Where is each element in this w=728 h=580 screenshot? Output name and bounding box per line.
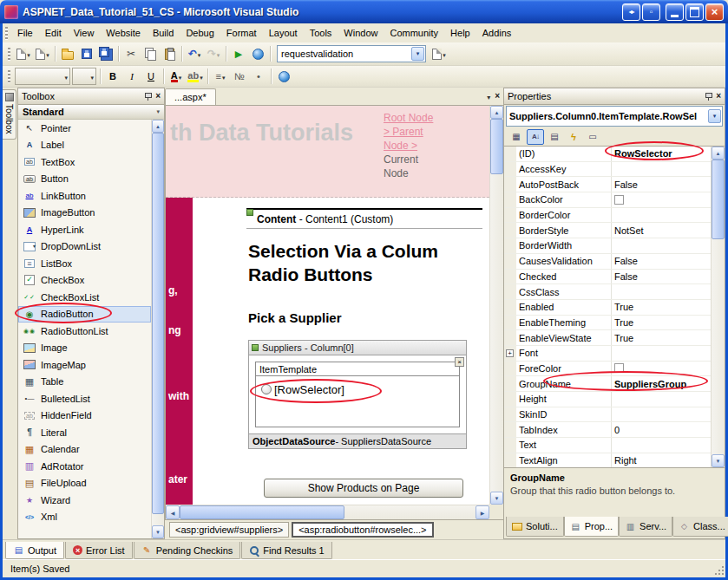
- panel-tab-findresults[interactable]: Find Results 1: [241, 542, 331, 559]
- property-row[interactable]: AutoPostBack False: [504, 177, 711, 192]
- toolbox-item-imagebutton[interactable]: ImageButton: [18, 205, 151, 222]
- combobox-dropdown-icon[interactable]: [411, 47, 424, 61]
- breadcrumb-link[interactable]: Node: [384, 166, 470, 180]
- property-row[interactable]: (ID) RowSelector: [504, 147, 711, 162]
- menu-item-view[interactable]: View: [68, 25, 101, 41]
- menu-item-help[interactable]: Help: [444, 25, 476, 41]
- property-value[interactable]: RowSelector: [612, 148, 711, 159]
- sidebar-link-fragment[interactable]: ater: [168, 473, 187, 486]
- toolbox-item-literal[interactable]: Literal: [18, 424, 151, 441]
- sidebar-link-fragment[interactable]: ng: [168, 324, 181, 336]
- property-row[interactable]: Font: [504, 346, 711, 362]
- panel-tab-propstab[interactable]: Prop...: [564, 517, 619, 537]
- menu-item-window[interactable]: Window: [338, 25, 384, 41]
- property-row[interactable]: BorderWidth: [504, 238, 711, 254]
- property-row[interactable]: BackColor: [504, 192, 711, 208]
- toolbox-item-label[interactable]: Label: [18, 137, 151, 154]
- scroll-track[interactable]: [490, 174, 503, 492]
- designer-horizontal-scrollbar[interactable]: ◀ ▶: [166, 505, 489, 519]
- open-file-button[interactable]: [58, 44, 77, 63]
- align-button[interactable]: ≡: [211, 67, 230, 86]
- scroll-track[interactable]: [152, 514, 164, 525]
- breadcrumb-link[interactable]: Current: [384, 153, 470, 166]
- property-row[interactable]: CausesValidation False: [504, 254, 711, 270]
- toolbox-item-radiobuttonlist[interactable]: RadioButtonList: [18, 323, 151, 340]
- property-row[interactable]: EnableViewState True: [504, 330, 711, 346]
- find-options-button[interactable]: [430, 44, 449, 63]
- toolbox-item-fileupload[interactable]: FileUpload: [18, 475, 151, 492]
- toolbox-item-hiddenfield[interactable]: HiddenField: [18, 407, 151, 425]
- categorized-button[interactable]: ▦: [508, 129, 525, 145]
- property-row[interactable]: GroupName SuppliersGroup: [504, 376, 711, 392]
- menu-item-format[interactable]: Format: [220, 25, 263, 41]
- close-button[interactable]: [705, 3, 724, 21]
- breadcrumb-link[interactable]: Root Node: [384, 111, 470, 125]
- toolbox-item-linkbutton[interactable]: LinkButton: [18, 187, 151, 205]
- object-selector-dropdown[interactable]: Suppliers.Column0.ItemTemplate.RowSel: [506, 106, 723, 127]
- property-value[interactable]: False: [612, 179, 711, 190]
- toolbox-category-standard[interactable]: Standard: [18, 105, 164, 120]
- content-region[interactable]: Content - Content1 (Custom) Selection Vi…: [246, 208, 482, 520]
- designer-vertical-scrollbar[interactable]: ▲ ▼: [489, 106, 503, 505]
- italic-button[interactable]: I: [122, 67, 141, 86]
- property-row[interactable]: AccessKey: [504, 162, 711, 178]
- breadcrumb-link[interactable]: Node >: [384, 139, 470, 153]
- property-value[interactable]: [612, 363, 711, 373]
- scroll-track[interactable]: [344, 505, 475, 519]
- close-document-icon[interactable]: ×: [495, 92, 500, 101]
- scroll-up-button[interactable]: ▲: [490, 106, 503, 119]
- scroll-down-button[interactable]: ▼: [490, 492, 503, 505]
- restore-button[interactable]: [685, 3, 704, 21]
- window-arrows-button[interactable]: [622, 3, 640, 21]
- itemtemplate-region[interactable]: ItemTemplate [RowSelector]: [255, 362, 460, 427]
- content-region-header[interactable]: Content - Content1 (Custom): [246, 210, 482, 229]
- scroll-down-button[interactable]: ▼: [712, 454, 725, 467]
- save-button[interactable]: [77, 44, 96, 63]
- scroll-up-button[interactable]: ▲: [152, 120, 164, 133]
- events-button[interactable]: ϟ: [565, 129, 582, 145]
- property-value[interactable]: Right: [612, 455, 711, 466]
- properties-view-button[interactable]: ▤: [546, 129, 563, 145]
- property-value[interactable]: True: [612, 333, 711, 343]
- property-row[interactable]: EnableTheming True: [504, 316, 711, 331]
- toolbox-item-radiobutton[interactable]: RadioButton: [18, 306, 151, 323]
- toolbox-item-hyperlink[interactable]: HyperLink: [18, 221, 151, 238]
- property-value[interactable]: False: [612, 256, 711, 266]
- menu-item-build[interactable]: Build: [147, 25, 180, 41]
- resize-grip[interactable]: [713, 564, 725, 576]
- scroll-thumb[interactable]: [180, 505, 344, 519]
- property-row[interactable]: BorderStyle NotSet: [504, 223, 711, 238]
- font-combobox[interactable]: [72, 68, 96, 85]
- hyperlink-button[interactable]: [274, 67, 293, 86]
- toolbox-item-checkboxlist[interactable]: CheckBoxList: [18, 289, 151, 306]
- panel-tab-server[interactable]: Serv...: [619, 517, 672, 537]
- property-pages-button[interactable]: ▭: [584, 129, 601, 145]
- toolbox-titlebar[interactable]: Toolbox ×: [18, 88, 164, 105]
- paste-button[interactable]: [160, 44, 179, 63]
- objectdatasource-bar[interactable]: ObjectDataSource - SuppliersDataSource: [248, 434, 467, 449]
- toolbox-side-tab[interactable]: Toolbox: [3, 89, 16, 140]
- sidebar-link-fragment[interactable]: g,: [168, 284, 178, 297]
- bold-button[interactable]: B: [103, 67, 122, 86]
- show-products-button[interactable]: Show Products on Page: [264, 479, 463, 498]
- bulleted-list-button[interactable]: •: [249, 67, 268, 86]
- toolbox-item-wizard[interactable]: Wizard: [18, 492, 151, 509]
- alphabetical-button[interactable]: A↓: [527, 129, 544, 145]
- toolbox-item-button[interactable]: Button: [18, 171, 151, 188]
- tab-list-dropdown-icon[interactable]: [487, 91, 490, 101]
- scroll-down-button[interactable]: ▼: [152, 525, 164, 538]
- start-debug-button[interactable]: ▶: [229, 44, 248, 63]
- menu-item-debug[interactable]: Debug: [180, 25, 220, 41]
- toolbar-grip[interactable]: [8, 70, 10, 83]
- pin-icon[interactable]: [144, 92, 152, 101]
- property-value[interactable]: True: [612, 317, 711, 328]
- window-context-button[interactable]: [642, 3, 660, 21]
- menu-item-addins[interactable]: Addins: [476, 25, 518, 41]
- panel-tab-output[interactable]: Output: [5, 542, 64, 559]
- toolbox-item-textbox[interactable]: TextBox: [18, 153, 151, 171]
- gridview-header[interactable]: Suppliers - Column[0]: [248, 340, 467, 355]
- property-value[interactable]: SuppliersGroup: [612, 379, 711, 389]
- toolbar-grip[interactable]: [8, 48, 10, 61]
- property-value[interactable]: 0: [612, 425, 711, 435]
- property-row[interactable]: BorderColor: [504, 208, 711, 224]
